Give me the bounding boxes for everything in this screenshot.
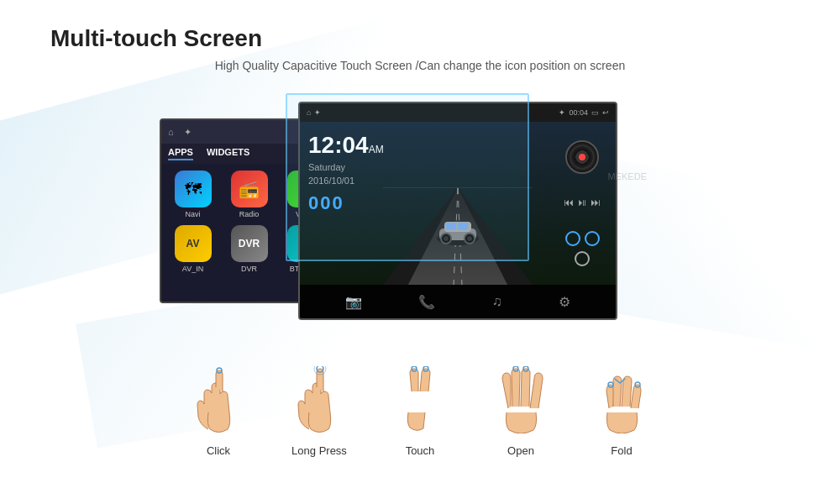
screens-container: ⌂ ✦ ✦ ⚡ 00:04 ▭ ↩ APPS WIDGETS 🗺 Navi 📻 xyxy=(50,93,790,337)
play-icon[interactable]: ⏯ xyxy=(577,197,587,208)
gesture-long-press: Long Press xyxy=(286,362,353,457)
main-content: Multi-touch Screen High Quality Capaciti… xyxy=(0,0,840,474)
circle-decorations xyxy=(565,231,600,266)
nav-settings-icon[interactable]: ⚙ xyxy=(559,294,570,310)
pin-icon: ✦ xyxy=(184,127,192,138)
gesture-touch-label: Touch xyxy=(406,444,435,457)
home-icon: ⌂ xyxy=(168,127,174,137)
gesture-long-press-label: Long Press xyxy=(291,444,347,457)
bottom-navigation: 📷 📞 ♫ ⚙ xyxy=(300,285,616,318)
bt-status: ✦ xyxy=(559,108,565,117)
tab-widgets[interactable]: WIDGETS xyxy=(207,147,249,160)
gesture-touch-icon xyxy=(386,362,454,438)
page-container: Multi-touch Screen High Quality Capaciti… xyxy=(0,0,840,504)
circle-blue-2 xyxy=(585,231,600,246)
gesture-click-label: Click xyxy=(207,444,230,457)
right-panel: ⏮ ⏯ ⏭ xyxy=(549,122,616,285)
nav-phone-icon[interactable]: 📞 xyxy=(418,294,435,310)
gesture-open: Open xyxy=(487,362,554,457)
battery-status: ▭ xyxy=(591,108,599,117)
circle-blue-1 xyxy=(565,231,580,246)
gesture-open-label: Open xyxy=(507,444,534,457)
app-icon-navi: 🗺 xyxy=(175,171,212,207)
app-radio[interactable]: 📻 Radio xyxy=(224,171,274,218)
gesture-click-icon xyxy=(185,362,252,438)
circles-row1 xyxy=(565,231,600,246)
app-label-dvr: DVR xyxy=(241,265,257,273)
page-subtitle: High Quality Capacitive Touch Screen /Ca… xyxy=(50,59,790,72)
status-right: ✦ 00:04 ▭ ↩ xyxy=(559,108,609,117)
app-label-avin: AV_IN xyxy=(182,265,203,273)
app-dvr[interactable]: DVR DVR xyxy=(224,225,274,273)
nav-music-icon[interactable]: ♫ xyxy=(492,294,502,309)
circle-gray-1 xyxy=(575,251,590,266)
gesture-fold-icon xyxy=(588,362,655,438)
gesture-click: Click xyxy=(185,362,252,457)
gestures-section: Click Long Press xyxy=(50,354,790,457)
watermark: MEKEDE xyxy=(608,171,647,181)
app-icon-dvr: DVR xyxy=(231,225,268,262)
app-label-radio: Radio xyxy=(239,210,260,218)
playback-controls: ⏮ ⏯ ⏭ xyxy=(564,197,601,208)
gesture-long-press-icon xyxy=(286,362,353,438)
next-icon[interactable]: ⏭ xyxy=(591,197,601,208)
app-icon-avin: AV xyxy=(175,225,212,262)
blue-overlay xyxy=(286,93,529,261)
app-icon-radio: 📻 xyxy=(231,171,268,207)
music-disc xyxy=(565,140,599,174)
app-navi[interactable]: 🗺 Navi xyxy=(168,171,218,218)
app-label-navi: Navi xyxy=(185,210,200,218)
nav-camera-icon[interactable]: 📷 xyxy=(345,294,362,310)
page-title: Multi-touch Screen xyxy=(50,25,790,52)
gesture-open-icon xyxy=(487,362,554,438)
tab-apps[interactable]: APPS xyxy=(168,147,193,160)
disc-center xyxy=(579,154,585,160)
circles-row2 xyxy=(575,251,590,266)
time-status: 00:04 xyxy=(569,108,588,117)
app-avin[interactable]: AV AV_IN xyxy=(168,225,218,273)
gesture-touch: Touch xyxy=(386,362,454,457)
prev-icon[interactable]: ⏮ xyxy=(564,197,574,208)
gesture-fold-label: Fold xyxy=(611,444,632,457)
gesture-fold: Fold xyxy=(588,362,655,457)
back-status: ↩ xyxy=(602,108,609,117)
